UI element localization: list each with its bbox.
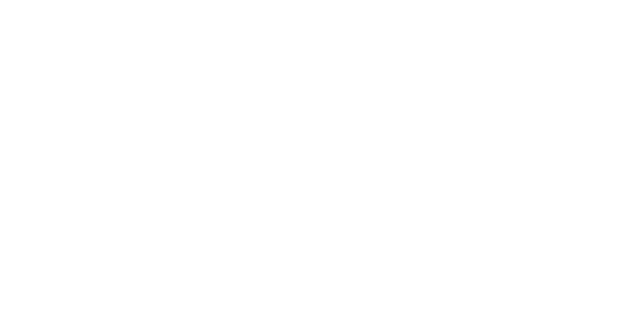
footer-actions: [0, 294, 644, 303]
tab-xml-editor[interactable]: [32, 26, 51, 37]
update-button[interactable]: [300, 294, 317, 303]
tab-separator: [20, 36, 622, 36]
scrollbar-marker[interactable]: [608, 45, 620, 49]
info-icon[interactable]: [620, 3, 631, 13]
filter-panel: [3, 20, 641, 274]
minimap[interactable]: [545, 44, 607, 244]
tab-bar: [3, 20, 641, 37]
xml-editor[interactable]: [21, 44, 621, 244]
text-cursor: [21, 44, 22, 55]
header: [0, 0, 644, 19]
active-line-shadow: [64, 44, 540, 47]
cancel-button[interactable]: [327, 294, 344, 303]
tab-filter-builder[interactable]: [13, 26, 32, 37]
overview-ruler[interactable]: [608, 44, 621, 244]
page: [0, 0, 644, 19]
